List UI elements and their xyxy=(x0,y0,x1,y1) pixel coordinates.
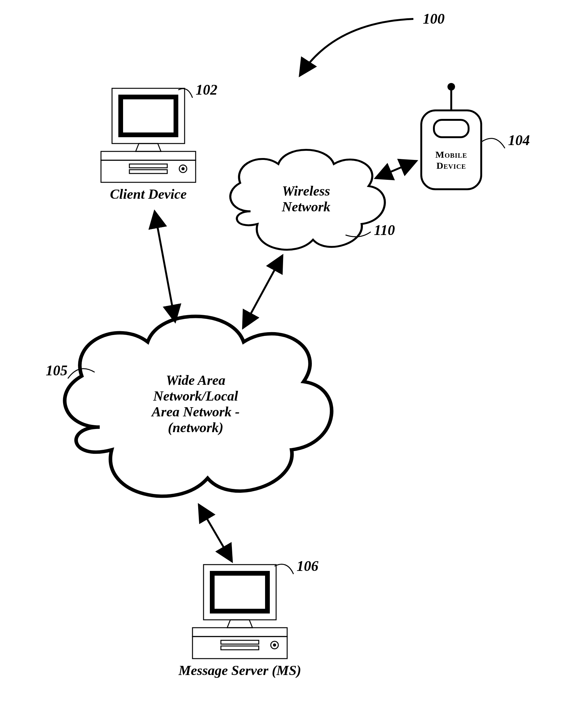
message-server-icon xyxy=(193,565,287,658)
wireless-label-line1: Wireless xyxy=(282,183,330,199)
mobile-device-icon: Mobile Device xyxy=(421,83,481,189)
ref-104-leader xyxy=(481,138,505,148)
ref-104: 104 xyxy=(508,132,530,148)
wan-label-line1: Wide Area xyxy=(166,373,226,388)
ref-105: 105 xyxy=(46,362,68,379)
wan-label-line3: Area Network - xyxy=(151,404,240,420)
svg-rect-10 xyxy=(434,120,468,137)
ref-102-leader xyxy=(178,89,193,98)
system-pointer-arrow xyxy=(300,19,413,76)
svg-point-12 xyxy=(447,83,455,90)
link-wan-wireless xyxy=(243,256,282,328)
mobile-label-line1: Mobile xyxy=(436,149,467,160)
link-wan-server xyxy=(199,505,232,561)
link-wireless-mobile xyxy=(375,161,416,178)
client-device-icon xyxy=(101,88,196,182)
network-diagram: 100 Client Device 102 Mobile Device 104 … xyxy=(0,0,574,728)
wan-label-line4: (network) xyxy=(168,420,223,435)
link-client-wan xyxy=(155,211,175,322)
wan-label-line2: Network/Local xyxy=(153,388,239,404)
mobile-label-line2: Device xyxy=(437,160,466,171)
client-device-label: Client Device xyxy=(110,186,187,202)
ref-100: 100 xyxy=(423,11,445,27)
ref-110: 110 xyxy=(374,222,395,238)
ref-106: 106 xyxy=(297,558,318,574)
ref-102: 102 xyxy=(196,82,217,98)
ref-106-leader xyxy=(275,564,293,574)
message-server-label: Message Server (MS) xyxy=(178,663,301,678)
wireless-label-line2: Network xyxy=(282,199,330,214)
